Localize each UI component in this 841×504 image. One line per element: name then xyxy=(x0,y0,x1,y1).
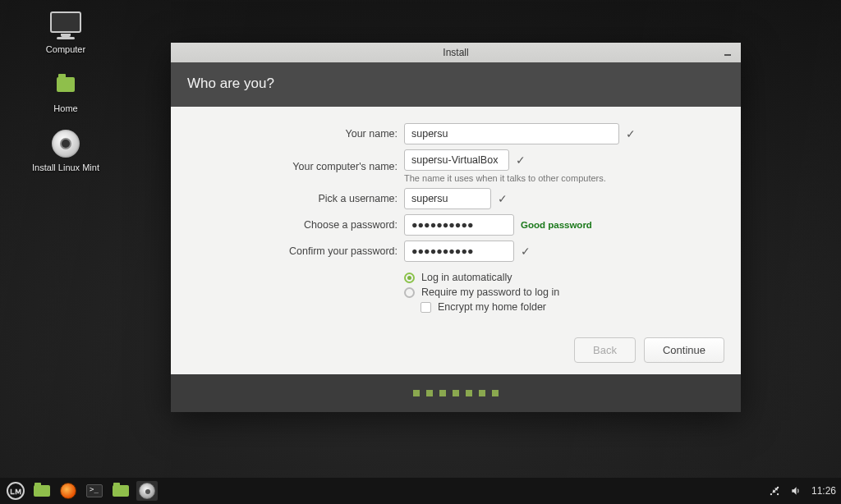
progress-dot xyxy=(453,390,459,396)
option-label: Require my password to log in xyxy=(421,286,559,298)
install-window: Install Who are you? Your name: ✓ Your c… xyxy=(171,43,741,412)
firefox-launcher[interactable] xyxy=(57,481,79,501)
taskbar-item-installer[interactable] xyxy=(136,481,158,501)
network-icon[interactable] xyxy=(769,485,780,497)
username-input[interactable] xyxy=(404,188,491,209)
option-encrypt-home[interactable]: Encrypt my home folder xyxy=(420,301,721,313)
option-require-password[interactable]: Require my password to log in xyxy=(404,286,721,298)
taskbar-left: ʟᴍ xyxy=(5,481,158,501)
mint-logo-icon: ʟᴍ xyxy=(7,482,25,500)
show-desktop-button[interactable] xyxy=(31,481,53,501)
check-icon: ✓ xyxy=(626,127,636,140)
check-icon: ✓ xyxy=(498,192,508,205)
desktop-icon-install-linux-mint[interactable]: Install Linux Mint xyxy=(16,128,115,172)
label-computer-name: Your computer's name: xyxy=(191,161,404,172)
user-form: Your name: ✓ Your computer's name: ✓ The… xyxy=(191,123,721,313)
option-log-in-automatically[interactable]: Log in automatically xyxy=(404,272,721,283)
installer-content: Your name: ✓ Your computer's name: ✓ The… xyxy=(171,107,741,374)
computer-name-hint: The name it uses when it talks to other … xyxy=(404,173,606,183)
login-options: Log in automatically Require my password… xyxy=(404,272,721,313)
desktop-icon-label: Computer xyxy=(46,44,85,54)
progress-dot xyxy=(426,390,433,396)
svg-point-2 xyxy=(777,493,779,495)
svg-point-1 xyxy=(777,487,779,488)
option-label: Log in automatically xyxy=(421,272,512,283)
disc-icon xyxy=(48,128,84,159)
desktop-icons: Computer Home Install Linux Mint xyxy=(16,10,115,172)
start-menu-button[interactable]: ʟᴍ xyxy=(5,481,26,501)
label-confirm-password: Confirm your password: xyxy=(191,245,404,257)
progress-dot xyxy=(413,390,420,396)
desktop-icon-label: Install Linux Mint xyxy=(32,163,99,172)
desktop-icon-home[interactable]: Home xyxy=(16,69,115,113)
password-strength: Good password xyxy=(521,220,592,230)
progress-dot xyxy=(439,390,446,396)
checkbox-icon xyxy=(420,302,431,313)
computer-name-input[interactable] xyxy=(404,149,509,171)
folder-icon xyxy=(113,485,129,497)
folder-icon xyxy=(34,485,50,497)
files-launcher[interactable] xyxy=(110,481,131,501)
volume-icon[interactable] xyxy=(790,485,802,497)
home-folder-icon xyxy=(48,69,84,100)
label-password: Choose a password: xyxy=(191,219,404,231)
terminal-launcher[interactable] xyxy=(84,481,105,501)
desktop-icon-computer[interactable]: Computer xyxy=(16,10,115,54)
taskbar-right: 11:26 xyxy=(769,485,836,497)
progress-dot xyxy=(479,390,485,396)
continue-button[interactable]: Continue xyxy=(644,337,724,363)
window-titlebar[interactable]: Install xyxy=(171,43,741,62)
radio-icon xyxy=(404,287,415,298)
desktop-icon-label: Home xyxy=(53,103,77,113)
taskbar-clock[interactable]: 11:26 xyxy=(811,485,836,497)
firefox-icon xyxy=(60,483,76,499)
wizard-buttons: Back Continue xyxy=(574,337,724,363)
progress-dot xyxy=(466,390,472,396)
disc-icon xyxy=(139,483,155,499)
check-icon: ✓ xyxy=(521,245,531,258)
installer-heading: Who are you? xyxy=(171,62,741,107)
svg-point-0 xyxy=(770,493,772,495)
installer-progress-dots xyxy=(171,374,741,412)
taskbar: ʟᴍ 11:26 xyxy=(0,478,841,504)
window-title: Install xyxy=(443,47,468,58)
back-button[interactable]: Back xyxy=(574,337,636,363)
confirm-password-input[interactable] xyxy=(404,241,514,262)
radio-icon xyxy=(404,273,415,283)
label-username: Pick a username: xyxy=(191,193,404,204)
minimize-button[interactable] xyxy=(721,45,734,58)
terminal-icon xyxy=(86,484,103,497)
progress-dot xyxy=(492,390,499,396)
check-icon: ✓ xyxy=(516,153,526,167)
password-input[interactable] xyxy=(404,214,514,236)
label-your-name: Your name: xyxy=(191,128,404,140)
option-label: Encrypt my home folder xyxy=(438,301,546,313)
computer-icon xyxy=(48,10,84,41)
your-name-input[interactable] xyxy=(404,123,619,144)
